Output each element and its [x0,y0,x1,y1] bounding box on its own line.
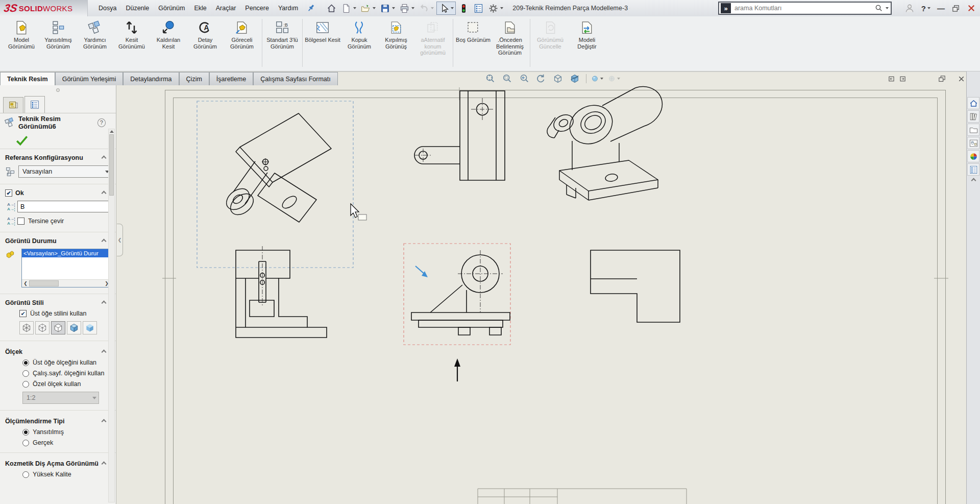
dropdown-caret-icon[interactable] [431,7,434,9]
save-button[interactable] [378,2,397,15]
menu-pencere[interactable]: Pencere [240,2,274,14]
style-shaded-with-edges-button[interactable] [67,321,81,334]
drawing-viewport[interactable]: ❮ [117,85,966,504]
tab-i-şaretleme[interactable]: İşaretleme [209,72,253,85]
collapse-chevron-icon[interactable] [102,156,107,161]
dropdown-caret-icon[interactable] [411,7,414,9]
collapse-chevron-icon[interactable] [102,462,107,467]
panel-resize-grip[interactable] [0,85,116,95]
dropdown-caret-icon[interactable] [500,7,503,9]
collapse-chevron-icon[interactable] [102,239,107,244]
view-front-lug[interactable] [414,91,505,180]
high-quality-radio[interactable] [22,471,29,478]
view-l-profile[interactable] [591,250,680,322]
collapse-chevron-icon[interactable] [102,350,107,355]
menu-düzenle[interactable]: Düzenle [121,2,154,14]
tab-çalışma-sayfası-formatı[interactable]: Çalışma Sayfası Formatı [253,72,338,85]
tab-görünüm-yerleşimi[interactable]: Görünüm Yerleşimi [55,72,124,85]
configuration-select[interactable]: Varsayılan [18,165,112,178]
menu-dosya[interactable]: Dosya [94,2,121,14]
file-properties-button[interactable] [472,2,485,15]
dropdown-caret-icon[interactable] [617,78,620,80]
appearances-icon[interactable] [967,150,979,162]
hide-show-items-icon[interactable] [608,73,620,85]
tab-detaylandırma[interactable]: Detaylandırma [123,72,179,85]
view-front-slot[interactable] [236,250,327,338]
display-style-icon[interactable] [591,73,603,85]
panel-scroll-thumb[interactable] [109,134,114,196]
dimension-projected-radio[interactable] [22,429,29,436]
style-hidden-lines-removed-button[interactable] [51,321,65,334]
scroll-left-icon[interactable]: ❮ [22,281,29,286]
file-explorer-icon[interactable] [967,124,979,136]
undo-button[interactable] [417,2,435,15]
scroll-up-icon[interactable] [110,130,114,133]
view-front-gusset[interactable] [411,255,510,335]
open-document-button[interactable] [359,2,377,15]
panel-collapse-handle[interactable]: ❮ [117,224,123,256]
dropdown-caret-icon[interactable] [373,7,376,9]
use-parent-style-checkbox[interactable] [19,310,27,317]
menu-araçlar[interactable]: Araçlar [211,2,241,14]
design-library-icon[interactable] [967,110,979,123]
collapse-up-icon[interactable] [971,178,976,183]
menu-görünüm[interactable]: Görünüm [154,2,189,14]
arrow-label-input[interactable] [17,201,111,212]
search-input[interactable] [734,5,874,12]
empty-view-button[interactable]: Boş Görünüm [455,19,492,69]
dimension-true-radio[interactable] [22,440,29,446]
search-box[interactable]: » [718,2,892,15]
style-hidden-lines-visible-button[interactable] [35,321,50,334]
collapse-chevron-icon[interactable] [102,191,107,196]
menu-yardım[interactable]: Yardım [274,2,303,14]
arrow-checkbox[interactable] [5,189,12,197]
view-isometric-bracket[interactable] [223,113,331,222]
dropdown-caret-icon[interactable] [600,78,603,80]
search-icon[interactable] [874,4,884,13]
scale-custom-radio[interactable] [22,381,29,388]
dropdown-caret-icon[interactable] [353,7,356,9]
listbox-hscrollbar[interactable]: ❮ ❯ [22,279,110,287]
view-isometric-cylinder[interactable] [547,87,662,200]
standard-3-view-button[interactable]: :BStandart 3'lü Görünüm [264,19,301,69]
collapse-chevron-icon[interactable] [102,301,107,306]
tile-windows-icon[interactable] [897,74,907,83]
highlighted-view-box[interactable] [404,244,510,345]
xpress-products-button[interactable] [457,2,471,15]
broken-out-section-button[interactable]: Bölgesel Kesit [304,19,341,69]
home-button[interactable] [325,2,338,15]
display-state-listbox[interactable]: <Varsayılan>_Görüntü Durur ❮ ❯ [21,249,111,287]
crop-view-button[interactable]: Kırpılmış Görünüş [378,19,414,69]
previous-view-icon[interactable] [519,73,531,85]
display-state-selected-item[interactable]: <Varsayılan>_Görüntü Durur [22,249,110,257]
removed-section-button[interactable]: Kaldırılan Kesit [150,19,187,69]
minimize-button[interactable]: — [937,4,945,13]
3d-drawing-view-icon[interactable] [552,73,565,85]
custom-properties-icon[interactable] [967,163,979,176]
restore-button[interactable] [951,4,960,13]
reverse-direction-checkbox[interactable] [17,218,24,225]
collapse-chevron-icon[interactable] [102,419,107,424]
panel-scrollbar[interactable] [108,129,115,502]
auxiliary-view-button[interactable]: Yardımcı Görünüm [77,19,113,69]
section-view-button[interactable]: Kesit Görünümü [113,19,150,69]
cascade-windows-icon[interactable] [887,74,897,83]
rotate-view-icon[interactable] [535,73,548,85]
scale-sheet-radio[interactable] [22,370,29,377]
tab-çizim[interactable]: Çizim [179,72,209,85]
style-shaded-button[interactable] [83,321,97,334]
dropdown-caret-icon[interactable] [451,7,454,9]
options-button[interactable] [486,2,505,15]
home-icon[interactable] [967,97,979,109]
zoom-fit-icon[interactable] [485,73,497,85]
new-document-button[interactable] [339,2,358,15]
detail-view-button[interactable]: ADetay Görünüm [187,19,224,69]
panel-help-icon[interactable]: ? [97,118,106,127]
restore-window-icon[interactable] [937,74,947,83]
search-caret-icon[interactable] [886,7,889,9]
tab-feature-manager[interactable] [3,97,23,113]
help-menu[interactable]: ? [921,4,930,13]
style-wireframe-button[interactable] [19,321,34,334]
tab-property-manager[interactable] [24,96,45,113]
break-view-button[interactable]: Kopuk Görünüm [341,19,378,69]
